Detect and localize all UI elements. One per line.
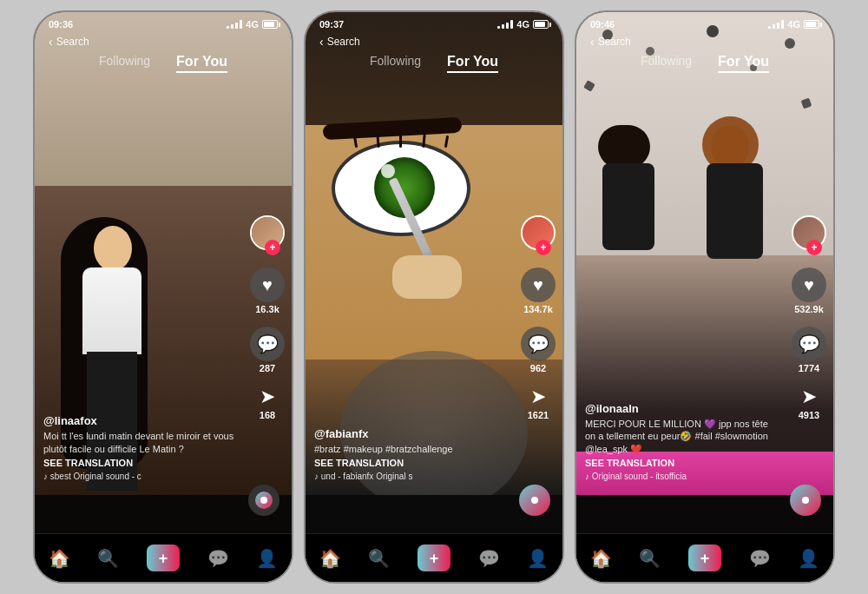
comment-icon-3[interactable]: 💬 [792, 327, 826, 361]
sound-info-2: ♪ und - fabianfx Original s [314, 472, 510, 481]
tab-following-1[interactable]: Following [99, 54, 150, 73]
nav-inbox-3[interactable]: 💬 [749, 548, 771, 569]
inbox-icon-2[interactable]: 💬 [478, 548, 500, 569]
search-icon-3[interactable]: 🔍 [639, 548, 661, 569]
nav-add-3[interactable]: + [688, 544, 722, 571]
see-translation-3[interactable]: SEE TRANSLATION [585, 458, 781, 468]
username-3[interactable]: @ilonaaln [585, 402, 781, 415]
like-action-2[interactable]: ♥ 134.7k [521, 267, 556, 314]
heart-icon-2[interactable]: ♥ [521, 267, 556, 302]
bottom-info-2: @fabianfx #bratz #makeup #bratzchallenge… [314, 427, 510, 481]
share-icon-2[interactable]: ➤ [530, 386, 546, 408]
home-icon-1[interactable]: 🏠 [49, 548, 70, 569]
description-1: Moi tt l'es lundi matin devant le miroir… [43, 430, 240, 455]
comment-icon-2[interactable]: 💬 [521, 327, 556, 361]
search-bar-3[interactable]: ‹ Search [576, 33, 833, 50]
nav-add-2[interactable]: + [418, 544, 451, 571]
right-actions-3: + ♥ 532.9k 💬 1774 ➤ 4913 [792, 215, 826, 420]
nav-search-3[interactable]: 🔍 [639, 548, 661, 569]
profile-icon-1[interactable]: 👤 [256, 548, 278, 569]
battery-1 [262, 20, 278, 29]
share-icon-1[interactable]: ➤ [260, 386, 275, 408]
search-label-2[interactable]: Search [327, 36, 360, 48]
battery-2 [533, 20, 549, 29]
sound-info-1: ♪ sbest Original sound - c [43, 472, 240, 481]
comment-action-1[interactable]: 💬 287 [250, 327, 285, 373]
tab-following-3[interactable]: Following [641, 54, 692, 73]
add-button-3[interactable]: + [688, 544, 722, 571]
search-label-1[interactable]: Search [56, 36, 89, 48]
comment-action-2[interactable]: 💬 962 [521, 327, 556, 373]
share-action-1[interactable]: ➤ 168 [260, 386, 275, 420]
like-count-2: 134.7k [523, 304, 553, 314]
search-label-3[interactable]: Search [598, 36, 631, 48]
nav-search-1[interactable]: 🔍 [97, 548, 119, 569]
signal-3 [768, 20, 784, 29]
follow-badge-1[interactable]: + [265, 240, 280, 255]
status-bar-2: 09:37 4G [306, 12, 562, 33]
tab-foryou-1[interactable]: For You [176, 54, 227, 73]
like-action-1[interactable]: ♥ 16.3k [250, 267, 285, 314]
add-button-2[interactable]: + [418, 544, 451, 571]
nav-tabs-2: Following For You [306, 50, 562, 80]
share-action-3[interactable]: ➤ 4913 [799, 386, 819, 420]
content-area-3: + ♥ 532.9k 💬 1774 ➤ 4913 @ilonaaln MERCI… [576, 80, 833, 533]
back-arrow-2[interactable]: ‹ [319, 35, 324, 49]
share-count-1: 168 [260, 410, 275, 420]
signal-2 [497, 20, 513, 29]
add-icon-3[interactable]: + [700, 550, 710, 567]
follow-badge-3[interactable]: + [806, 240, 822, 255]
time-3: 09:46 [590, 19, 615, 30]
nav-profile-2[interactable]: 👤 [527, 548, 549, 569]
see-translation-2[interactable]: SEE TRANSLATION [314, 458, 510, 468]
search-icon-2[interactable]: 🔍 [368, 548, 390, 569]
bar3 [235, 23, 238, 29]
heart-icon-3[interactable]: ♥ [792, 267, 826, 302]
nav-search-2[interactable]: 🔍 [368, 548, 390, 569]
nav-home-2[interactable]: 🏠 [319, 548, 341, 569]
inbox-icon-3[interactable]: 💬 [749, 548, 771, 569]
home-icon-2[interactable]: 🏠 [319, 548, 341, 569]
username-2[interactable]: @fabianfx [314, 427, 510, 440]
nav-home-1[interactable]: 🏠 [49, 548, 70, 569]
back-arrow-3[interactable]: ‹ [590, 35, 595, 49]
nav-inbox-1[interactable]: 💬 [207, 548, 229, 569]
sound-info-3: ♪ Original sound - itsofficia [585, 472, 781, 481]
tab-foryou-3[interactable]: For You [718, 54, 769, 73]
see-translation-1[interactable]: SEE TRANSLATION [43, 458, 240, 468]
description-3: MERCI POUR LE MILLION 💜 jpp nos tête on … [585, 418, 781, 455]
home-icon-3[interactable]: 🏠 [590, 548, 612, 569]
heart-icon-1[interactable]: ♥ [250, 267, 285, 302]
share-icon-3[interactable]: ➤ [801, 386, 817, 408]
nav-profile-1[interactable]: 👤 [256, 548, 278, 569]
bar4 [240, 20, 242, 29]
like-count-3: 532.9k [794, 304, 824, 314]
avatar-container-2: + [521, 215, 556, 255]
comment-count-1: 287 [260, 363, 275, 373]
search-icon-1[interactable]: 🔍 [97, 548, 119, 569]
tab-following-2[interactable]: Following [370, 54, 421, 73]
nav-profile-3[interactable]: 👤 [798, 548, 819, 569]
profile-icon-3[interactable]: 👤 [798, 548, 819, 569]
search-bar-1[interactable]: ‹ Search [35, 33, 292, 50]
inbox-icon-1[interactable]: 💬 [207, 548, 229, 569]
back-arrow-1[interactable]: ‹ [49, 35, 53, 49]
tab-foryou-2[interactable]: For You [447, 54, 498, 73]
comment-count-2: 962 [530, 363, 546, 373]
nav-add-1[interactable]: + [147, 544, 181, 571]
add-icon-1[interactable]: + [159, 550, 168, 567]
comment-action-3[interactable]: 💬 1774 [792, 327, 826, 373]
username-1[interactable]: @linaafox [43, 414, 240, 427]
nav-inbox-2[interactable]: 💬 [478, 548, 500, 569]
share-action-2[interactable]: ➤ 1621 [528, 386, 549, 420]
profile-icon-2[interactable]: 👤 [527, 548, 549, 569]
like-action-3[interactable]: ♥ 532.9k [792, 267, 826, 314]
bar2 [231, 24, 233, 29]
add-button-1[interactable]: + [147, 544, 181, 571]
share-count-2: 1621 [528, 410, 549, 420]
add-icon-2[interactable]: + [430, 550, 439, 567]
search-bar-2[interactable]: ‹ Search [306, 33, 562, 50]
nav-home-3[interactable]: 🏠 [590, 548, 612, 569]
follow-badge-2[interactable]: + [536, 240, 551, 255]
comment-icon-1[interactable]: 💬 [250, 327, 285, 361]
